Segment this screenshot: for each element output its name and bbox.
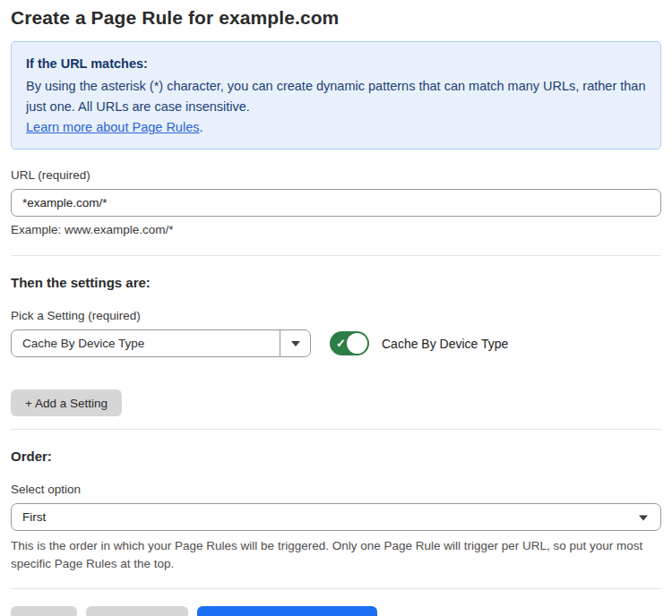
footer-divider [11, 588, 661, 589]
info-callout-heading: If the URL matches: [26, 54, 646, 74]
url-example-text: Example: www.example.com/* [11, 223, 661, 236]
learn-more-link[interactable]: Learn more about Page Rules [26, 120, 199, 134]
order-help-text: This is the order in which your Page Rul… [11, 537, 661, 573]
chevron-down-icon [291, 341, 300, 346]
info-callout-body: By using the asterisk (*) character, you… [26, 76, 646, 138]
create-page-rule-form: Create a Page Rule for example.com If th… [0, 0, 672, 616]
cancel-button[interactable]: Cancel [11, 606, 77, 616]
setting-select[interactable]: Cache By Device Type [11, 329, 311, 357]
settings-section-heading: Then the settings are: [11, 275, 661, 290]
section-divider [11, 429, 661, 430]
order-select-value: First [22, 510, 46, 524]
toggle-knob [347, 333, 367, 354]
toggle-label: Cache By Device Type [382, 337, 508, 351]
setting-select-value: Cache By Device Type [12, 330, 280, 356]
page-title: Create a Page Rule for example.com [11, 7, 661, 29]
add-setting-button[interactable]: + Add a Setting [11, 389, 122, 416]
chevron-down-icon [639, 515, 648, 520]
setting-row: Cache By Device Type ✓ Cache By Device T… [11, 329, 661, 357]
order-section-heading: Order: [11, 449, 661, 464]
save-and-deploy-button[interactable]: Save and Deploy Page Rule [197, 606, 378, 616]
save-as-draft-button[interactable]: Save as Draft [86, 606, 188, 616]
url-match-info-callout: If the URL matches: By using the asteris… [11, 41, 661, 150]
setting-select-arrow-button[interactable] [280, 330, 310, 356]
check-icon: ✓ [336, 338, 346, 349]
link-period: . [199, 120, 202, 134]
info-callout-text: By using the asterisk (*) character, you… [26, 79, 646, 114]
section-divider [11, 255, 661, 256]
url-field-label: URL (required) [11, 168, 661, 182]
url-input[interactable] [11, 189, 661, 217]
cache-by-device-type-toggle[interactable]: ✓ [330, 331, 369, 355]
order-select[interactable]: First [11, 503, 661, 531]
pick-setting-label: Pick a Setting (required) [11, 309, 661, 322]
footer-actions: Cancel Save as Draft Save and Deploy Pag… [11, 606, 661, 616]
order-select-label: Select option [11, 483, 661, 496]
